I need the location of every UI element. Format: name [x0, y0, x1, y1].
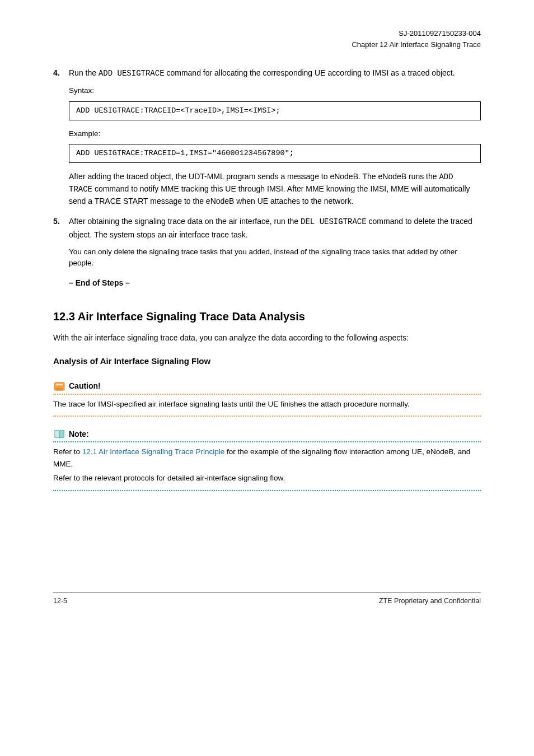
note-link[interactable]: 12.1 Air Interface Signaling Trace Princ…: [82, 447, 224, 456]
step-text-prefix: Run the: [69, 68, 99, 77]
divider-dotted: [53, 490, 481, 491]
footer-page-number: 12-5: [53, 596, 67, 606]
end-of-steps: – End of Steps –: [69, 277, 481, 289]
doc-ref: SJ-20110927150233-004: [399, 29, 481, 38]
section-heading: 12.3 Air Interface Signaling Trace Data …: [53, 308, 481, 325]
chapter-line: Chapter 12 Air Interface Signaling Trace: [352, 40, 481, 49]
syntax-box: ADD UESIGTRACE:TRACEID=<TraceID>,IMSI=<I…: [69, 101, 481, 120]
note-body: Refer to 12.1 Air Interface Signaling Tr…: [53, 446, 481, 484]
page-header: SJ-20110927150233-004 Chapter 12 Air Int…: [53, 28, 481, 50]
step-text: After obtaining the signaling trace data…: [69, 215, 481, 241]
command-name: ADD UESIGTRACE: [99, 69, 165, 78]
post-suffix: command to notify MME tracking this UE t…: [69, 184, 470, 206]
section-intro: With the air interface signaling trace d…: [53, 332, 481, 344]
book-icon: [53, 428, 65, 440]
note-line1-prefix: Refer to: [53, 447, 82, 456]
note-line2: Refer to the relevant protocols for deta…: [53, 472, 481, 484]
example-box: ADD UESIGTRACE:TRACEID=1,IMSI="460001234…: [69, 144, 481, 163]
step-5-note: You can only delete the signaling trace …: [69, 246, 481, 269]
post-prefix: After adding the traced object, the UDT-…: [69, 172, 439, 181]
svg-rect-2: [56, 388, 63, 389]
step-text-suffix: command for allocating the corresponding…: [166, 68, 455, 77]
block-heading: Analysis of Air Interface Signaling Flow: [53, 355, 481, 368]
post-step-text: After adding the traced object, the UDT-…: [69, 171, 481, 207]
step-text-prefix: After obtaining the signaling trace data…: [69, 217, 301, 226]
caution-body: The trace for IMSI-specified air interfa…: [53, 398, 481, 410]
step-number: 5.: [53, 215, 69, 241]
footer-rule: [53, 592, 481, 592]
note-label: Note:: [69, 428, 89, 440]
syntax-label: Syntax:: [69, 85, 481, 96]
svg-rect-1: [56, 384, 63, 385]
divider-dotted: [53, 416, 481, 417]
caution-callout: Caution!: [53, 380, 481, 393]
example-label: Example:: [69, 128, 481, 139]
step-text: Run the ADD UESIGTRACE command for alloc…: [69, 67, 481, 80]
divider-dotted: [53, 394, 481, 395]
divider-dotted: [53, 441, 481, 442]
footer-proprietary: ZTE Proprietary and Confidential: [379, 597, 481, 605]
page-footer: 12-5 ZTE Proprietary and Confidential: [53, 596, 481, 606]
step-4: 4. Run the ADD UESIGTRACE command for al…: [53, 67, 481, 80]
step-number: 4.: [53, 67, 69, 80]
note-callout: Note:: [53, 428, 481, 440]
caution-icon: [53, 380, 65, 393]
step-5: 5. After obtaining the signaling trace d…: [53, 215, 481, 241]
caution-label: Caution!: [69, 380, 101, 392]
command-name: DEL UESIGTRACE: [301, 217, 367, 226]
